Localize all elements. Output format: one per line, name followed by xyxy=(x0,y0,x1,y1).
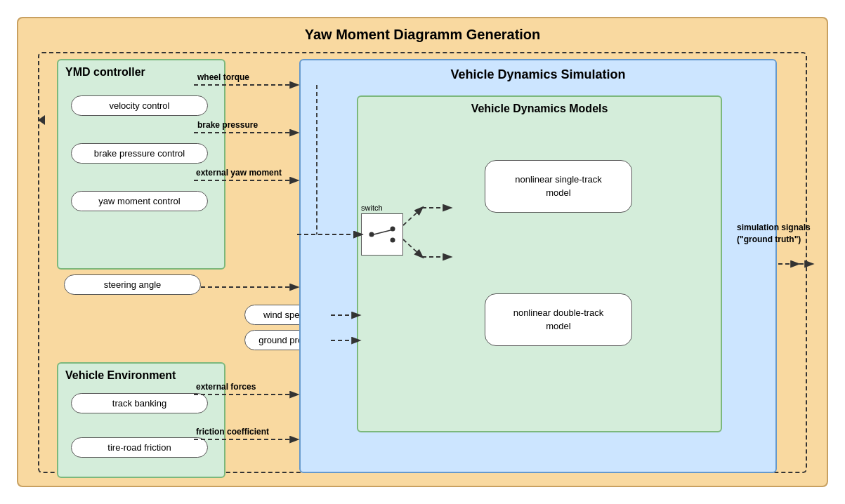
feedback-arrow-left xyxy=(38,115,45,125)
svg-point-0 xyxy=(369,232,374,237)
switch-symbol xyxy=(366,220,398,248)
main-diagram: Yaw Moment Diagramm Generation YMD contr… xyxy=(17,17,828,487)
tire-road-box: tire-road friction xyxy=(71,437,208,458)
brake-pressure-box: brake pressure control xyxy=(71,143,208,164)
double-track-box: nonlinear double-track model xyxy=(485,293,632,346)
yaw-moment-box: yaw moment control xyxy=(71,191,208,211)
svg-point-2 xyxy=(391,238,395,243)
ymd-controller-box: YMD controller velocity control brake pr… xyxy=(57,59,225,270)
vds-title: Vehicle Dynamics Simulation xyxy=(301,60,775,86)
switch-label: switch xyxy=(361,204,383,212)
vehicle-env-box: Vehicle Environment track banking tire-r… xyxy=(57,362,225,478)
steering-angle-box: steering angle xyxy=(64,274,201,295)
track-banking-box: track banking xyxy=(71,393,208,413)
page-title: Yaw Moment Diagramm Generation xyxy=(18,18,827,48)
vds-box: Vehicle Dynamics Simulation Vehicle Dyna… xyxy=(299,59,777,473)
vehicle-env-title: Vehicle Environment xyxy=(58,364,224,385)
vdm-title: Vehicle Dynamics Models xyxy=(358,97,721,118)
switch-box xyxy=(361,213,403,256)
velocity-control-box: velocity control xyxy=(71,95,208,116)
single-track-box: nonlinear single-track model xyxy=(485,160,632,213)
sim-signals-label: simulation signals ("ground truth") xyxy=(737,222,821,246)
ymd-controller-title: YMD controller xyxy=(58,60,224,81)
vdm-box: Vehicle Dynamics Models nonlinear single… xyxy=(357,95,722,432)
svg-point-1 xyxy=(391,227,395,232)
svg-line-3 xyxy=(374,230,391,234)
